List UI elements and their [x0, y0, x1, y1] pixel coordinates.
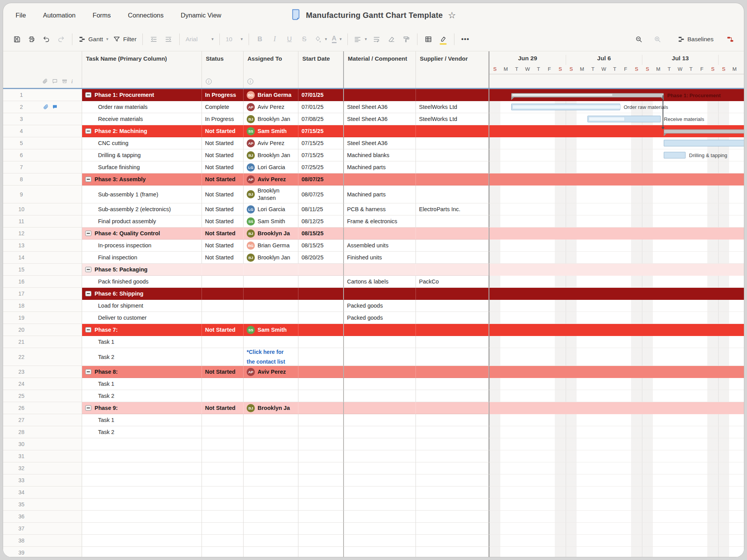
cell-assigned[interactable]: BJBrooklyn Ja	[244, 402, 298, 414]
cell-task[interactable]	[82, 486, 202, 499]
cell-start-date[interactable]	[298, 264, 344, 276]
info-icon[interactable]: i	[206, 79, 212, 84]
row-number[interactable]: 24	[3, 381, 40, 387]
cell-supplier[interactable]	[416, 414, 489, 426]
gantt-lane[interactable]	[489, 173, 744, 186]
cell-start-date[interactable]	[298, 462, 344, 474]
row-number[interactable]: 14	[3, 254, 40, 261]
cell-assigned[interactable]	[244, 288, 298, 300]
cell-supplier[interactable]	[416, 535, 489, 547]
gantt-lane[interactable]	[489, 462, 744, 474]
cell-start-date[interactable]	[298, 499, 344, 511]
cell-supplier[interactable]	[416, 348, 489, 366]
cell-task[interactable]: Phase 1: Procurement	[82, 89, 202, 101]
cell-assigned[interactable]: BJBrooklyn Jan	[244, 149, 298, 161]
gantt-lane[interactable]	[489, 426, 744, 438]
cell-material[interactable]	[344, 547, 416, 557]
cell-material[interactable]	[344, 324, 416, 336]
row-gutter[interactable]: 30	[3, 438, 82, 450]
cell-material[interactable]	[344, 511, 416, 523]
cell-status[interactable]: In Progress	[202, 113, 244, 125]
collapse-button[interactable]	[85, 128, 91, 134]
cell-start-date[interactable]: 08/12/25	[298, 215, 344, 228]
gantt-lane[interactable]	[489, 276, 744, 288]
cell-supplier[interactable]: ElectroParts Inc.	[416, 203, 489, 215]
cell-assigned[interactable]: BJBrooklyn Jan	[244, 113, 298, 125]
cell-assigned[interactable]	[244, 547, 298, 557]
cell-material[interactable]	[344, 378, 416, 390]
cell-start-date[interactable]: 08/07/25	[298, 186, 344, 203]
cell-start-date[interactable]	[298, 414, 344, 426]
gantt-lane[interactable]	[489, 348, 744, 366]
gantt-lane[interactable]	[489, 523, 744, 535]
cell-status[interactable]	[202, 312, 244, 324]
collapse-button[interactable]	[85, 327, 91, 332]
cell-start-date[interactable]: 08/07/25	[298, 173, 344, 186]
cell-start-date[interactable]: 07/08/25	[298, 113, 344, 125]
gantt-lane[interactable]	[489, 499, 744, 511]
cell-status[interactable]	[202, 390, 244, 402]
cell-status[interactable]	[202, 264, 244, 276]
gantt-task-bar[interactable]	[664, 152, 686, 159]
cell-assigned[interactable]	[244, 378, 298, 390]
cell-material[interactable]: Cartons & labels	[344, 276, 416, 288]
gantt-lane[interactable]	[489, 161, 744, 173]
cell-material[interactable]	[344, 462, 416, 474]
cell-material[interactable]	[344, 348, 416, 366]
row-gutter[interactable]: 34	[3, 486, 82, 499]
row-gutter[interactable]: 33	[3, 474, 82, 486]
cell-task[interactable]: Pack finished goods	[82, 276, 202, 288]
row-number[interactable]: 3	[3, 116, 40, 122]
cell-assigned[interactable]: BGBrian Germa	[244, 240, 298, 252]
row-number[interactable]: 18	[3, 303, 40, 309]
menu-item-forms[interactable]: Forms	[93, 12, 111, 19]
gantt-lane[interactable]	[489, 228, 744, 240]
cell-status[interactable]	[202, 499, 244, 511]
cell-material[interactable]: Packed goods	[344, 312, 416, 324]
cell-status[interactable]	[202, 547, 244, 557]
cell-task[interactable]: Task 2	[82, 426, 202, 438]
cell-supplier[interactable]	[416, 264, 489, 276]
cell-supplier[interactable]	[416, 324, 489, 336]
paperclip-icon[interactable]	[43, 104, 49, 110]
row-gutter[interactable]: 22	[3, 348, 82, 366]
row-number[interactable]: 27	[3, 417, 40, 423]
cell-start-date[interactable]	[298, 324, 344, 336]
cell-status[interactable]: Not Started	[202, 173, 244, 186]
cell-task[interactable]	[82, 547, 202, 557]
row-gutter[interactable]: 11	[3, 215, 82, 228]
cell-task[interactable]: Task 1	[82, 378, 202, 390]
cell-assigned[interactable]: LGLori Garcia	[244, 161, 298, 173]
cell-task[interactable]: Sub-assembly 2 (electronics)	[82, 203, 202, 215]
cell-task[interactable]: Phase 6: Shipping	[82, 288, 202, 300]
gantt-lane[interactable]	[489, 366, 744, 378]
row-gutter[interactable]: 39	[3, 547, 82, 557]
cell-material[interactable]	[344, 288, 416, 300]
print-button[interactable]	[24, 32, 39, 46]
cell-status[interactable]: Not Started	[202, 366, 244, 378]
gantt-summary-bar[interactable]	[511, 93, 664, 97]
row-number[interactable]: 15	[3, 266, 40, 273]
cell-supplier[interactable]	[416, 547, 489, 557]
cell-start-date[interactable]: 08/11/25	[298, 203, 344, 215]
cell-material[interactable]	[344, 414, 416, 426]
cell-assigned[interactable]	[244, 414, 298, 426]
row-number[interactable]: 10	[3, 206, 40, 212]
gantt-lane[interactable]	[489, 535, 744, 547]
cell-material[interactable]	[344, 402, 416, 414]
cell-supplier[interactable]	[416, 125, 489, 137]
row-number[interactable]: 11	[3, 218, 40, 224]
cell-assigned[interactable]: BJBrooklyn Jan	[244, 252, 298, 264]
cell-supplier[interactable]	[416, 312, 489, 324]
cell-task[interactable]: Phase 9:	[82, 402, 202, 414]
row-number[interactable]: 25	[3, 393, 40, 399]
cell-assigned[interactable]	[244, 300, 298, 312]
cell-start-date[interactable]	[298, 366, 344, 378]
cell-status[interactable]	[202, 486, 244, 499]
row-number[interactable]: 34	[3, 489, 40, 495]
gantt-lane[interactable]: Order raw materials	[489, 101, 744, 113]
cell-task[interactable]: Phase 7:	[82, 324, 202, 336]
menu-item-connections[interactable]: Connections	[128, 12, 164, 19]
cell-assigned[interactable]	[244, 450, 298, 462]
cell-supplier[interactable]: PackCo	[416, 276, 489, 288]
